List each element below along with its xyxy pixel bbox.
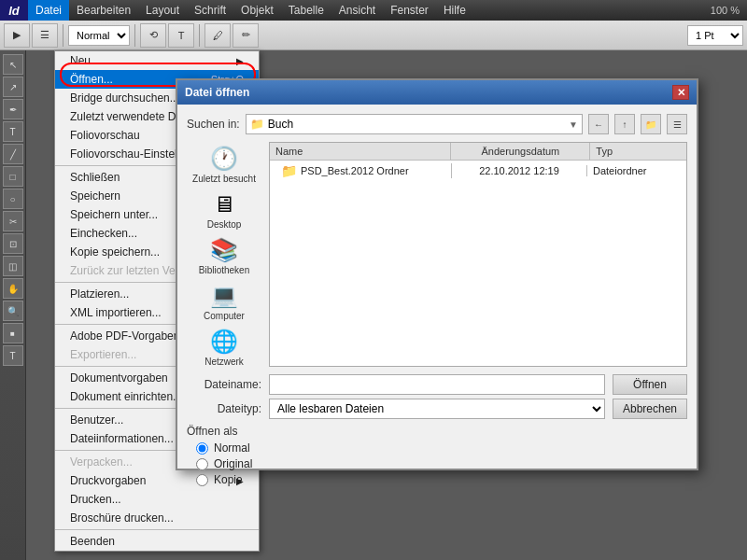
toolbar-select-1[interactable]: Normal xyxy=(68,25,130,46)
dialog-titlebar: Datei öffnen ✕ xyxy=(177,80,697,105)
menu-bearbeiten[interactable]: Bearbeiten xyxy=(69,0,138,21)
radio-kopie[interactable]: Kopie xyxy=(196,473,687,486)
toolbar-btn-1[interactable]: ▶ xyxy=(4,23,30,48)
open-button[interactable]: Öffnen xyxy=(613,374,687,395)
nav-up-button[interactable]: ↑ xyxy=(614,114,635,134)
qa-network-icon: 🌐 xyxy=(210,329,238,355)
radio-original[interactable]: Original xyxy=(196,457,687,470)
file-browser: 🕐 Zuletzt besucht 🖥 Desktop 📚 Bibliothek… xyxy=(187,142,687,367)
menu-schrift[interactable]: Schrift xyxy=(187,0,233,21)
tool-free-transform[interactable]: ⊡ xyxy=(3,233,23,254)
tool-text[interactable]: T xyxy=(3,121,23,142)
dialog-content: Suchen in: 📁 Buch ▼ ← ↑ 📁 ☰ xyxy=(177,105,697,469)
col-header-type[interactable]: Typ xyxy=(590,143,686,160)
tool-zoom[interactable]: 🔍 xyxy=(3,301,23,321)
radio-normal-input[interactable] xyxy=(196,442,208,455)
zoom-display: 100 % xyxy=(711,5,747,16)
menu-layout[interactable]: Layout xyxy=(138,0,187,21)
tool-line[interactable]: ╱ xyxy=(3,144,23,164)
address-label: Suchen in: xyxy=(187,118,240,131)
toolbar-btn-2[interactable]: ☰ xyxy=(32,23,58,48)
menu-tabelle[interactable]: Tabelle xyxy=(281,0,331,21)
nav-newfolder-button[interactable]: 📁 xyxy=(641,114,661,134)
toolbar-btn-3[interactable]: ⟲ xyxy=(140,23,166,48)
col-header-date[interactable]: Änderungsdatum xyxy=(451,143,590,160)
filename-input[interactable] xyxy=(269,374,605,395)
qa-computer-label: Computer xyxy=(204,311,245,321)
qa-libraries-icon: 📚 xyxy=(210,237,238,263)
qa-libraries-label: Bibliotheken xyxy=(199,265,249,275)
menu-bar: Id Datei Bearbeiten Layout Schrift Objek… xyxy=(0,0,747,21)
radio-original-label: Original xyxy=(214,457,252,470)
app-icon: Id xyxy=(0,0,28,21)
file-list: Name Änderungsdatum Typ 📁 PSD_Best.2012 … xyxy=(269,142,687,367)
open-as-label: Öffnen als xyxy=(187,425,687,438)
radio-group: Normal Original Kopie xyxy=(187,441,687,486)
tool-shape[interactable]: ○ xyxy=(3,189,23,209)
filetype-select[interactable]: Alle lesbaren Dateien xyxy=(269,399,605,419)
menu-hilfe[interactable]: Hilfe xyxy=(436,0,473,21)
menu-item-neu[interactable]: Neu ▶ xyxy=(55,51,259,70)
menu-datei[interactable]: Datei xyxy=(28,0,69,21)
nav-back-button[interactable]: ← xyxy=(588,114,609,134)
col-header-name[interactable]: Name xyxy=(270,143,451,160)
filename-row: Dateiname: Öffnen xyxy=(187,374,687,395)
cancel-button[interactable]: Abbrechen xyxy=(613,399,687,419)
radio-normal[interactable]: Normal xyxy=(196,441,687,455)
menu-item-print[interactable]: Drucken... xyxy=(55,490,259,509)
radio-original-input[interactable] xyxy=(196,458,208,470)
dialog-close-button[interactable]: ✕ xyxy=(672,85,689,100)
qa-computer[interactable]: 💻 Computer xyxy=(190,283,258,321)
tool-pen[interactable]: ✒ xyxy=(3,99,23,119)
qa-desktop[interactable]: 🖥 Desktop xyxy=(190,191,258,230)
tool-fill[interactable]: ■ xyxy=(3,323,23,343)
menu-item-booklet[interactable]: Broschüre drucken... xyxy=(55,509,259,527)
file-date: 22.10.2012 12:19 xyxy=(452,165,587,176)
quick-access: 🕐 Zuletzt besucht 🖥 Desktop 📚 Bibliothek… xyxy=(187,142,261,367)
main-area: ↖ ↗ ✒ T ╱ □ ○ ✂ ⊡ ◫ ✋ 🔍 ■ T Neu ▶ Öffnen… xyxy=(0,50,747,560)
radio-kopie-input[interactable] xyxy=(196,474,208,486)
toolbar-select-pt[interactable]: 1 Pt xyxy=(687,25,743,46)
tool-scissors[interactable]: ✂ xyxy=(3,211,23,231)
menu-item-quit[interactable]: Beenden xyxy=(55,532,259,551)
radio-normal-label: Normal xyxy=(214,441,250,455)
file-row-0[interactable]: 📁 PSD_Best.2012 Ordner 22.10.2012 12:19 … xyxy=(270,161,686,181)
qa-recent-icon: 🕐 xyxy=(210,146,238,172)
file-list-header: Name Änderungsdatum Typ xyxy=(270,143,686,161)
address-bar: Suchen in: 📁 Buch ▼ ← ↑ 📁 ☰ xyxy=(187,114,687,134)
tools-sidebar: ↖ ↗ ✒ T ╱ □ ○ ✂ ⊡ ◫ ✋ 🔍 ■ T xyxy=(0,50,26,560)
tool-rectangle[interactable]: □ xyxy=(3,166,23,187)
tool-select[interactable]: ↖ xyxy=(3,54,23,75)
tool-extra[interactable]: T xyxy=(3,345,23,366)
toolbar-btn-5[interactable]: 🖊 xyxy=(204,23,231,48)
separator-7 xyxy=(55,529,259,530)
toolbar: ▶ ☰ Normal ⟲ T 🖊 ✏ 1 Pt xyxy=(0,21,747,50)
form-area: Dateiname: Öffnen Dateityp: Alle lesbare… xyxy=(187,374,687,419)
filename-label: Dateiname: xyxy=(187,378,261,391)
menu-fenster[interactable]: Fenster xyxy=(383,0,436,21)
qa-desktop-icon: 🖥 xyxy=(213,191,235,217)
folder-icon: 📁 xyxy=(250,118,264,131)
radio-kopie-label: Kopie xyxy=(214,473,243,486)
tool-hand[interactable]: ✋ xyxy=(3,278,23,299)
qa-recent[interactable]: 🕐 Zuletzt besucht xyxy=(190,146,258,184)
dropdown-arrow: ▼ xyxy=(569,119,578,130)
qa-recent-label: Zuletzt besucht xyxy=(192,174,256,184)
toolbar-btn-4[interactable]: T xyxy=(168,23,194,48)
dialog-title: Datei öffnen xyxy=(185,86,249,99)
qa-network-label: Netzwerk xyxy=(204,357,244,367)
file-open-dialog: Datei öffnen ✕ Suchen in: 📁 Buch ▼ ← ↑ 📁 xyxy=(176,78,698,470)
file-folder-icon: 📁 xyxy=(281,163,297,178)
filetype-row: Dateityp: Alle lesbaren Dateien Abbreche… xyxy=(187,399,687,419)
tool-gradient[interactable]: ◫ xyxy=(3,256,23,276)
current-folder: Buch xyxy=(268,118,293,131)
address-select[interactable]: 📁 Buch ▼ xyxy=(246,114,583,134)
tool-direct-select[interactable]: ↗ xyxy=(3,77,23,97)
nav-view-button[interactable]: ☰ xyxy=(667,114,687,134)
menu-objekt[interactable]: Objekt xyxy=(233,0,281,21)
menu-ansicht[interactable]: Ansicht xyxy=(331,0,383,21)
qa-libraries[interactable]: 📚 Bibliotheken xyxy=(190,237,258,275)
qa-network[interactable]: 🌐 Netzwerk xyxy=(190,329,258,367)
toolbar-btn-6[interactable]: ✏ xyxy=(233,23,259,48)
qa-desktop-label: Desktop xyxy=(207,219,242,230)
